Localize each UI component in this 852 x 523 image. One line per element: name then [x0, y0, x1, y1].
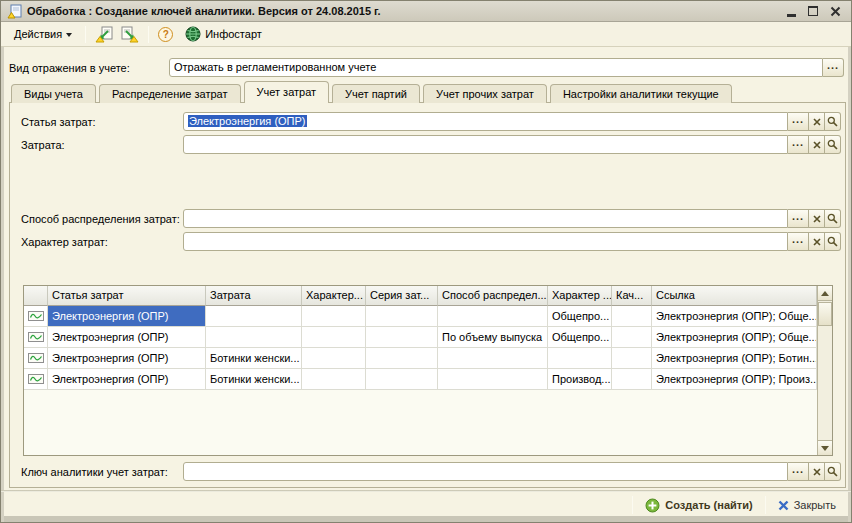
tab-vidy-ucheta[interactable]: Виды учета	[11, 84, 96, 103]
title-bar[interactable]: Обработка : Создание ключей аналитики. В…	[1, 1, 851, 22]
table-cell[interactable]	[438, 348, 548, 369]
table-cell[interactable]	[548, 348, 612, 369]
distribution-method-select-button[interactable]: ...	[788, 209, 809, 228]
column-header[interactable]: Затрата	[206, 286, 302, 306]
table-cell[interactable]	[366, 348, 438, 369]
reflection-type-input[interactable]: Отражать в регламентированном учете	[169, 58, 823, 77]
distribution-method-input[interactable]	[183, 209, 788, 228]
create-button[interactable]: Создать (найти)	[638, 496, 759, 515]
ellipsis-icon: ...	[792, 465, 804, 473]
table-cell[interactable]	[366, 306, 438, 327]
table-row[interactable]: Электроэнергия (ОПР) По объему выпуска О…	[24, 327, 817, 348]
table-cell[interactable]: Электроэнергия (ОПР)	[48, 369, 206, 390]
table-cell[interactable]: Электроэнергия (ОПР); Ботин...	[652, 348, 817, 369]
table-cell[interactable]	[612, 306, 652, 327]
save-settings-button[interactable]	[118, 24, 142, 45]
analytics-key-select-button[interactable]: ...	[788, 462, 809, 481]
analytics-icon	[28, 353, 44, 363]
table-cell[interactable]: Электроэнергия (ОПР)	[48, 348, 206, 369]
column-header[interactable]: Способ распредел...	[438, 286, 548, 306]
restore-settings-button[interactable]	[92, 24, 116, 45]
cost-item-value: Электроэнергия (ОПР)	[188, 115, 307, 127]
table-cell[interactable]	[366, 369, 438, 390]
close-icon[interactable]	[830, 6, 841, 17]
cost-item-label: Статья затрат:	[21, 116, 96, 128]
tab-uchet-prochih-zatrat[interactable]: Учет прочих затрат	[423, 84, 547, 103]
table-cell[interactable]	[366, 327, 438, 348]
app-window: Обработка : Создание ключей аналитики. В…	[0, 0, 852, 523]
cost-row: Затрата: ...	[21, 135, 841, 154]
table-cell[interactable]: Электроэнергия (ОПР); Обще...	[652, 306, 817, 327]
cost-select-button[interactable]: ...	[788, 135, 809, 154]
table-cell[interactable]: Электроэнергия (ОПР); Обще...	[652, 327, 817, 348]
table-cell[interactable]: Электроэнергия (ОПР)	[48, 327, 206, 348]
tab-raspredelenie-zatrat[interactable]: Распределение затрат	[99, 84, 241, 103]
cost-open-button[interactable]	[825, 135, 841, 154]
table-cell[interactable]: Общепро...	[548, 327, 612, 348]
column-header[interactable]: Ссылка	[652, 286, 817, 306]
table-cell[interactable]	[612, 348, 652, 369]
cost-item-open-button[interactable]	[825, 112, 841, 131]
analytics-key-open-button[interactable]	[825, 462, 841, 481]
column-header[interactable]: Статья затрат	[48, 286, 206, 306]
table-cell[interactable]: Ботинки женски...	[206, 348, 302, 369]
help-button[interactable]: ?	[155, 25, 176, 44]
table-cell[interactable]: По объему выпуска	[438, 327, 548, 348]
table-row[interactable]: Электроэнергия (ОПР) Ботинки женски... П…	[24, 369, 817, 390]
maximize-icon[interactable]	[808, 6, 818, 16]
cost-item-select-button[interactable]: ...	[788, 112, 809, 131]
scroll-up-button[interactable]	[818, 286, 832, 301]
table-cell[interactable]: Общепро...	[548, 306, 612, 327]
cost-nature-label: Характер затрат:	[21, 236, 108, 248]
distribution-method-clear-button[interactable]	[809, 209, 825, 228]
cost-clear-button[interactable]	[809, 135, 825, 154]
cost-nature-select-button[interactable]: ...	[788, 232, 809, 251]
clear-x-icon	[813, 238, 821, 246]
reflection-type-row: Вид отражения в учете: Отражать в реглам…	[9, 58, 844, 77]
distribution-method-open-button[interactable]	[825, 209, 841, 228]
table-cell[interactable]	[438, 369, 548, 390]
table-cell[interactable]	[438, 306, 548, 327]
column-header[interactable]: Характер...	[302, 286, 366, 306]
tab-panel-uchet-zatrat: Статья затрат: Электроэнергия (ОПР) ... …	[9, 102, 846, 488]
table-cell[interactable]	[612, 369, 652, 390]
cost-nature-clear-button[interactable]	[809, 232, 825, 251]
tab-nastroyki-analitiki[interactable]: Настройки аналитики текущие	[550, 84, 732, 103]
analytics-icon	[28, 311, 44, 321]
cost-item-input[interactable]: Электроэнергия (ОПР)	[183, 112, 788, 131]
table-cell[interactable]	[302, 348, 366, 369]
table-cell[interactable]	[302, 369, 366, 390]
table-cell[interactable]	[206, 327, 302, 348]
table-row[interactable]: Электроэнергия (ОПР) Ботинки женски... Э…	[24, 348, 817, 369]
table-cell[interactable]: Электроэнергия (ОПР)	[48, 306, 206, 327]
restore-settings-icon	[95, 26, 113, 43]
cost-nature-open-button[interactable]	[825, 232, 841, 251]
table-cell[interactable]	[612, 327, 652, 348]
tab-uchet-partiy[interactable]: Учет партий	[332, 84, 420, 103]
infostart-button[interactable]: Инфостарт	[178, 22, 269, 46]
cost-nature-input[interactable]	[183, 232, 788, 251]
table-cell[interactable]	[206, 306, 302, 327]
table-cell[interactable]: Ботинки женски...	[206, 369, 302, 390]
cost-item-clear-button[interactable]	[809, 112, 825, 131]
column-header[interactable]: Серия зат...	[366, 286, 438, 306]
minimize-icon[interactable]	[787, 14, 796, 17]
table-cell[interactable]: Электроэнергия (ОПР); Произ...	[652, 369, 817, 390]
column-header[interactable]: Кач...	[612, 286, 652, 306]
table-row[interactable]: Электроэнергия (ОПР) Общепро... Электроэ…	[24, 306, 817, 327]
close-button[interactable]: Закрыть	[771, 497, 843, 513]
tab-uchet-zatrat[interactable]: Учет затрат	[244, 81, 330, 103]
scrollbar-thumb[interactable]	[818, 302, 832, 326]
cost-input[interactable]	[183, 135, 788, 154]
column-header[interactable]: Характер ...	[548, 286, 612, 306]
actions-button[interactable]: Действия	[7, 24, 79, 44]
column-header-icon[interactable]	[24, 286, 48, 306]
table-cell[interactable]: Производ...	[548, 369, 612, 390]
analytics-key-clear-button[interactable]	[809, 462, 825, 481]
vertical-scrollbar[interactable]	[817, 286, 832, 455]
table-cell[interactable]	[302, 327, 366, 348]
analytics-key-input[interactable]	[183, 462, 788, 481]
reflection-type-select-button[interactable]: ...	[823, 58, 844, 77]
table-cell[interactable]	[302, 306, 366, 327]
scroll-down-button[interactable]	[818, 440, 832, 455]
